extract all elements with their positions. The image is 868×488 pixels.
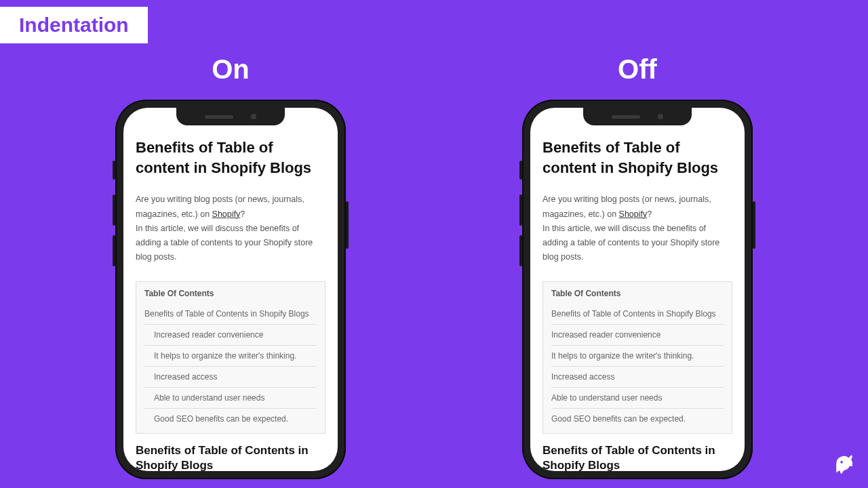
toc-item[interactable]: Good SEO benefits can be expected. <box>551 409 724 429</box>
intro-text: ? <box>240 209 245 219</box>
phone-side-button <box>519 161 522 180</box>
speaker-icon <box>612 115 640 119</box>
phone-mockup: Benefits of Table of content in Shopify … <box>522 100 753 479</box>
toc-item[interactable]: It helps to organize the writer's thinki… <box>144 346 317 367</box>
toc-item[interactable]: Able to understand user needs <box>144 388 317 409</box>
brand-logo-icon <box>827 447 857 480</box>
toc-item[interactable]: Increased reader convenience <box>551 325 724 346</box>
article-title: Benefits of Table of content in Shopify … <box>542 138 732 178</box>
phone-side-button <box>519 195 522 226</box>
toc-item[interactable]: Good SEO benefits can be expected. <box>144 409 317 429</box>
phone-side-button <box>346 201 349 249</box>
article-intro: Are you writing blog posts (or news, jou… <box>542 192 732 264</box>
column-on: On Benefits of Table of content in Shopi… <box>115 54 346 479</box>
toc-title: Table Of Contents <box>551 289 724 298</box>
toc-item[interactable]: Increased access <box>144 367 317 388</box>
phone-side-button <box>113 161 115 180</box>
toc-title: Table Of Contents <box>144 289 317 298</box>
shopify-link[interactable]: Shopify <box>619 209 648 219</box>
feature-badge: Indentation <box>0 7 148 43</box>
camera-icon <box>251 114 256 119</box>
phone-side-button <box>113 195 115 226</box>
column-off: Off Benefits of Table of content in Shop… <box>522 54 753 479</box>
phone-notch <box>583 108 692 125</box>
camera-icon <box>658 114 663 119</box>
toc-widget: Table Of Contents Benefits of Table of C… <box>542 281 732 434</box>
toc-item[interactable]: Increased access <box>551 367 724 388</box>
column-label-off: Off <box>618 54 657 85</box>
section-heading: Benefits of Table of Contents in Shopify… <box>542 443 732 471</box>
toc-item[interactable]: Benefits of Table of Contents in Shopify… <box>144 304 317 325</box>
phone-mockup: Benefits of Table of content in Shopify … <box>115 100 346 479</box>
phone-notch <box>176 108 285 125</box>
speaker-icon <box>205 115 233 119</box>
article-intro: Are you writing blog posts (or news, jou… <box>136 192 326 264</box>
phone-side-button <box>113 235 115 266</box>
section-heading: Benefits of Table of Contents in Shopify… <box>136 443 326 471</box>
toc-item[interactable]: Benefits of Table of Contents in Shopify… <box>551 304 724 325</box>
shopify-link[interactable]: Shopify <box>212 209 241 219</box>
phone-side-button <box>753 201 755 249</box>
phone-screen: Benefits of Table of content in Shopify … <box>530 108 745 471</box>
toc-item[interactable]: Able to understand user needs <box>551 388 724 409</box>
toc-item[interactable]: Increased reader convenience <box>144 325 317 346</box>
phone-side-button <box>519 235 522 266</box>
intro-text: ? <box>647 209 652 219</box>
column-label-on: On <box>212 54 250 85</box>
intro-text: In this article, we will discuss the ben… <box>136 224 313 262</box>
toc-widget: Table Of Contents Benefits of Table of C… <box>136 281 326 434</box>
article-title: Benefits of Table of content in Shopify … <box>136 138 326 178</box>
toc-item[interactable]: It helps to organize the writer's thinki… <box>551 346 724 367</box>
phone-screen: Benefits of Table of content in Shopify … <box>123 108 338 471</box>
intro-text: In this article, we will discuss the ben… <box>542 224 719 262</box>
